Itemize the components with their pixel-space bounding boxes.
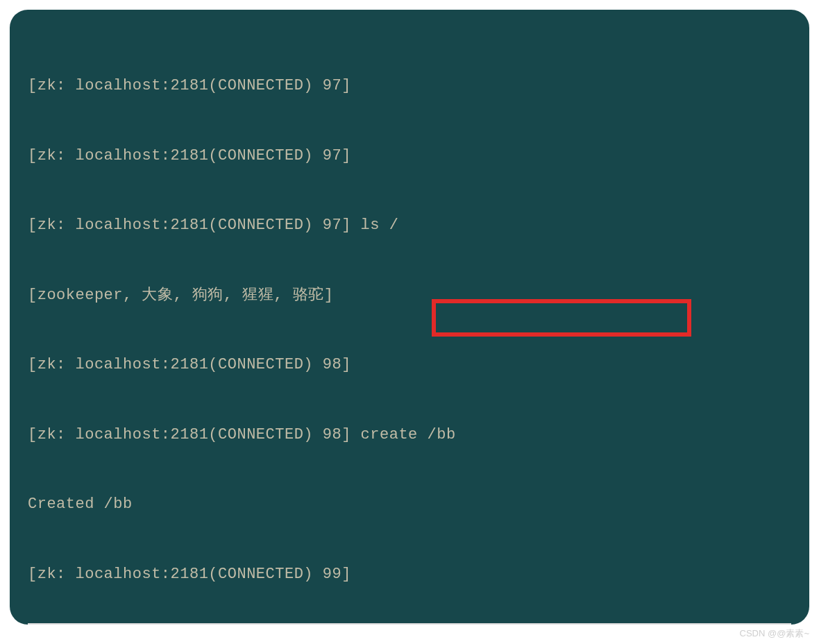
- terminal-output: [zk: localhost:2181(CONNECTED) 97] [zk: …: [28, 28, 791, 625]
- watermark-text: CSDN @@素素~: [740, 627, 809, 640]
- terminal-line: [zk: localhost:2181(CONNECTED) 97]: [28, 74, 791, 98]
- terminal-line: [zk: localhost:2181(CONNECTED) 99]: [28, 563, 791, 586]
- terminal-line: [zk: localhost:2181(CONNECTED) 98] creat…: [28, 423, 791, 447]
- terminal-line: [zk: localhost:2181(CONNECTED) 97] ls /: [28, 214, 791, 237]
- annotation-highlight-box: [432, 299, 691, 337]
- terminal-line: [zk: localhost:2181(CONNECTED) 97]: [28, 144, 791, 168]
- terminal-line: [zk: localhost:2181(CONNECTED) 98]: [28, 353, 791, 377]
- terminal-window[interactable]: [zk: localhost:2181(CONNECTED) 97] [zk: …: [10, 10, 809, 625]
- terminal-line: Created /bb: [28, 493, 791, 516]
- divider: [28, 623, 791, 625]
